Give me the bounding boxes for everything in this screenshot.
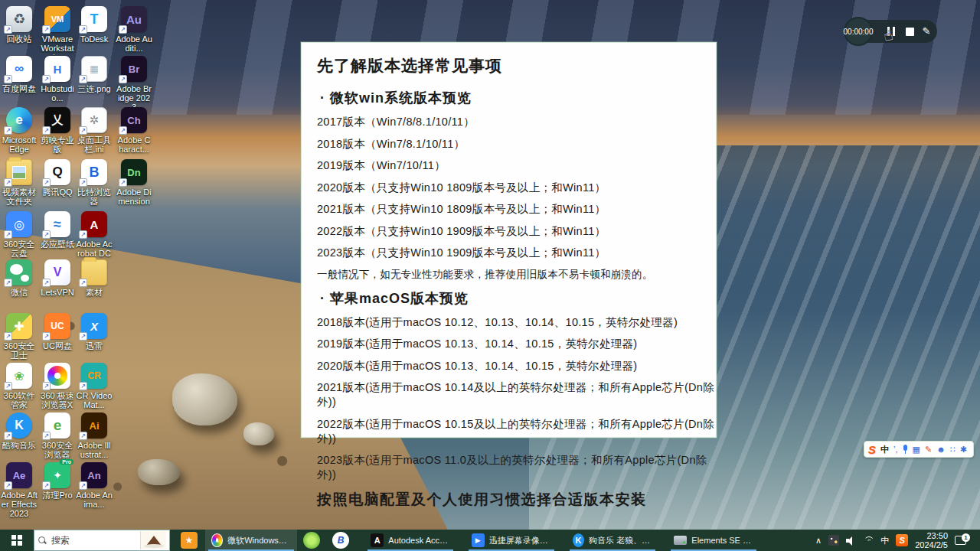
desktop-icon-edge[interactable]: e↗Microsoft Edge (1, 107, 38, 154)
desktop-icon-folderimg[interactable]: ↗视频素材文件夹 (1, 159, 38, 206)
desktop-icon-an[interactable]: An↗Adobe Anima... (76, 462, 113, 509)
desktop-icon-vmware[interactable]: VM↗VMware Workstati... (39, 6, 76, 62)
desktop-icon-label: 360安全卫士 (1, 341, 38, 360)
recorder-timer: 00:00:00 (844, 17, 873, 46)
desktop-icon-label: CR VideoMat... (76, 391, 113, 409)
desktop-icon-ae[interactable]: Ae↗Adobe After Effects 2023 (1, 462, 38, 518)
taskbar-button-capture[interactable]: ▶迅捷屏幕录像工具 (466, 530, 557, 551)
desktop-icon-br[interactable]: Br↗Adobe Bridge 2023 (116, 56, 152, 112)
pinned-star-icon[interactable]: ★ (181, 532, 198, 549)
desktop-icon-folder[interactable]: ↗素材 (76, 259, 113, 297)
taskbar-button-autodesk[interactable]: AAutodesk Access (364, 530, 456, 551)
tray-chevron-icon[interactable]: ∧ (815, 530, 822, 551)
stop-button[interactable] (903, 25, 916, 37)
volume-icon[interactable] (846, 536, 856, 545)
desktop-icon-qq[interactable]: Q↗腾讯QQ (39, 159, 76, 197)
desktop-icon-label: 酷狗音乐 (1, 441, 38, 450)
desktop-icon-label: 清理Pro (39, 491, 76, 500)
desktop-icon-yunpan[interactable]: ◎↗360安全云盘 (1, 211, 38, 258)
taskbar-button-drive[interactable]: Elements SE (F:) (668, 530, 760, 551)
ime-mode-toggle[interactable]: 中 (880, 442, 889, 457)
settings-icon[interactable]: ✱ (960, 442, 967, 457)
taskbar-button-swirl[interactable]: 微软Windows安装... (205, 530, 297, 551)
shortcut-arrow-icon: ↗ (42, 382, 51, 390)
desktop-icon-imgfile[interactable]: ▦↗三连.png (76, 56, 113, 93)
desktop-icon-todesk[interactable]: T↗ToDesk (76, 6, 113, 44)
desktop-icon-swirlb[interactable]: ↗360 极速浏览器X (39, 363, 76, 409)
shortcut-arrow-icon: ↗ (79, 178, 87, 187)
drive-icon (674, 536, 687, 545)
mic-icon[interactable] (903, 445, 908, 454)
start-button[interactable] (0, 530, 34, 551)
desktop-icon-se360[interactable]: e↗360安全浏览器 (39, 412, 76, 459)
wallpaper-rock (172, 373, 237, 425)
game-icon[interactable]: ☻ (936, 442, 946, 457)
desktop-icon-ai[interactable]: Ai↗Adobe Illustrat... (76, 412, 113, 459)
desktop-icon-guanjia[interactable]: ❀↗360软件管家 (1, 363, 38, 409)
version-info-panel: 先了解版本选择常见事项 · 微软win系统版本预览 2017版本（Win7/8/… (301, 42, 717, 438)
desktop-icon-qingli[interactable]: ✦↗清理Pro (39, 462, 76, 500)
shortcut-arrow-icon: ↗ (79, 25, 87, 34)
desktop-icon-label: UC网盘 (39, 341, 76, 350)
shortcut-arrow-icon: ↗ (79, 432, 87, 440)
keyboard-icon[interactable]: ▦ (913, 442, 920, 457)
desktop-icon-label: Adobe Illustrat... (76, 441, 113, 459)
desktop-icon-dn[interactable]: Dn↗Adobe Dimension (116, 159, 152, 206)
desktop-icon-label: Adobe Charact... (116, 135, 152, 154)
notification-badge: 1 (962, 533, 970, 542)
desktop-icon-inifile[interactable]: ✲↗桌面工具栏.ini (76, 107, 113, 154)
punctuation-icon[interactable]: ʼ, (893, 442, 898, 457)
apps-grid-icon[interactable]: ∷ (950, 442, 956, 457)
shortcut-arrow-icon: ↗ (79, 279, 87, 287)
desktop-icon-recycle[interactable]: ♻↗回收站 (1, 6, 38, 44)
desktop-icon-hubstudio[interactable]: H↗Hubstudio... (39, 56, 76, 103)
ime-mode-indicator[interactable]: 中 (880, 530, 889, 551)
desktop-icon-xunlei[interactable]: X↗迅雷 (76, 313, 113, 350)
annotate-pencil-button[interactable]: ✎ (920, 25, 933, 37)
desktop-icon-ch[interactable]: Ch↗Adobe Charact... (116, 107, 152, 154)
pinned-green-app-icon[interactable] (303, 532, 320, 549)
shortcut-arrow-icon: ↗ (42, 279, 51, 287)
taskbar-button-kugou[interactable]: K狗音乐 老狼、任素... (567, 530, 658, 551)
desktop-icon-kugou[interactable]: K↗酷狗音乐 (1, 412, 38, 450)
taskbar-button-label: Elements SE (F:) (691, 536, 753, 545)
wallpaper-rock (138, 459, 180, 485)
sogou-tray-icon[interactable]: S (896, 534, 908, 546)
pinned-browser-icon[interactable]: B (332, 532, 349, 549)
tray-app-icon[interactable] (828, 535, 839, 546)
desktop-icon-letsvpn[interactable]: V↗LetsVPN (39, 259, 76, 297)
shortcut-arrow-icon: ↗ (79, 230, 87, 239)
shortcut-arrow-icon: ↗ (4, 75, 12, 83)
desktop-icon-bitb[interactable]: B↗比特浏览器 (76, 159, 113, 206)
search-highlight-image[interactable] (140, 531, 166, 549)
action-center-icon[interactable]: 1 (955, 536, 966, 545)
search-input[interactable]: 搜索 (34, 530, 170, 551)
desktop-icon-au[interactable]: Au↗Adobe Auditi... (116, 6, 152, 53)
win-note: 一般情况下，如无专业性功能要求，推荐使用旧版本不易卡顿和崩溃的。 (317, 268, 716, 282)
desktop-icon-acrobat[interactable]: A↗Adobe Acrobat DC (76, 211, 113, 258)
desktop-icon-uc[interactable]: UC↗UC网盘 (39, 313, 76, 350)
clock[interactable]: 23:50 2024/2/5 (915, 531, 948, 549)
desktop-icon-capcut[interactable]: 乂↗剪映专业版 (39, 107, 76, 154)
windows-logo-icon (11, 535, 22, 546)
shortcut-arrow-icon: ↗ (4, 432, 12, 440)
desktop-icon-cr[interactable]: CR↗CR VideoMat... (76, 363, 113, 409)
desktop-icon-wechat[interactable]: ↗微信 (1, 259, 38, 297)
mac-version-line: 2018版本(适用于macOS 10.12、10.13、10.14、10.15，… (317, 315, 716, 330)
desktop-icon-baidupan[interactable]: ∞↗百度网盘 (1, 56, 38, 93)
skin-brush-icon[interactable]: ✎ (925, 442, 932, 457)
desktop-icon-label: 回收站 (1, 34, 38, 44)
mac-section-header: · 苹果macOS版本预览 (320, 289, 716, 308)
desktop-icon-bing[interactable]: ≈↗必应壁纸 (39, 211, 76, 249)
sogou-logo-icon[interactable]: S (868, 443, 876, 456)
desktop-icon-weishi[interactable]: ✚↗360安全卫士 (1, 313, 38, 360)
desktop-icon-label: Adobe Anima... (76, 491, 113, 509)
shortcut-arrow-icon: ↗ (4, 382, 12, 390)
shortcut-arrow-icon: ↗ (42, 230, 51, 239)
search-placeholder: 搜索 (51, 534, 136, 547)
desktop-icon-label: Adobe Auditi... (116, 34, 152, 53)
win-version-line: 2017版本（Win7/8/8.1/10/11） (317, 115, 716, 129)
desktop-icon-label: 三连.png (76, 84, 113, 93)
wifi-icon[interactable] (863, 536, 874, 545)
capture-icon: ▶ (472, 533, 485, 547)
